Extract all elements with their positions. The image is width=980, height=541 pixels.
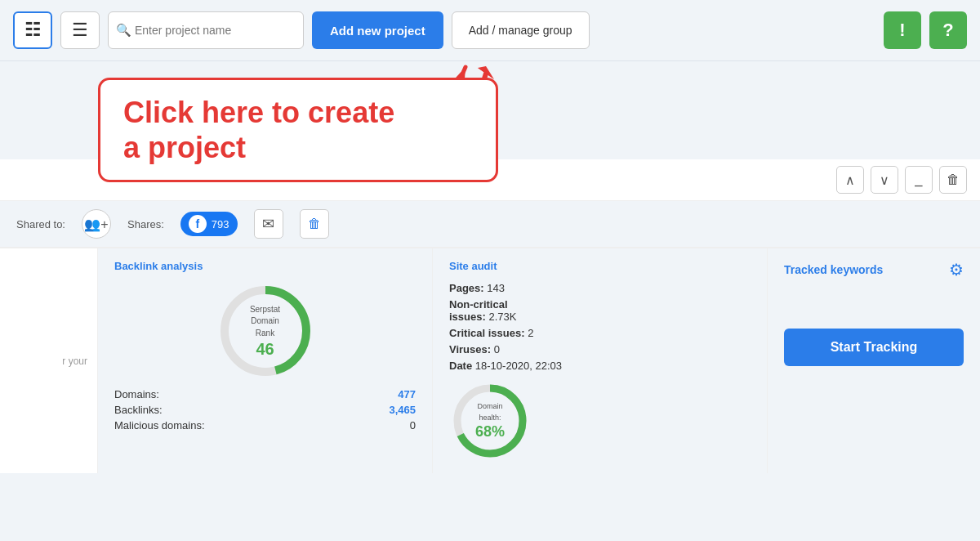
- exclamation-button[interactable]: !: [884, 11, 921, 49]
- domain-health-value: 68%: [475, 423, 505, 441]
- pages-label: Pages:: [449, 282, 484, 294]
- backlink-panel: Backlink analysis SerpstatDomain Rank 46…: [98, 248, 433, 473]
- malicious-value: 0: [410, 419, 416, 431]
- facebook-icon: f: [189, 215, 207, 233]
- question-icon: ?: [942, 20, 953, 41]
- domains-value: 477: [398, 388, 416, 400]
- pages-stat: Pages: 143: [449, 282, 751, 294]
- email-share-button[interactable]: ✉: [254, 209, 283, 239]
- grid-view-button[interactable]: ☷: [13, 11, 52, 49]
- shared-to-label: Shared to:: [16, 218, 65, 230]
- backlinks-label: Backlinks:: [114, 404, 163, 416]
- chevron-up-button[interactable]: ∧: [836, 166, 864, 194]
- domain-rank-center: SerpstatDomain Rank 46: [241, 303, 290, 360]
- add-manage-group-button[interactable]: Add / manage group: [452, 11, 590, 49]
- malicious-row: Malicious domains: 0: [114, 419, 416, 431]
- critical-value: 2: [528, 327, 533, 339]
- left-stub-panel: r your: [0, 248, 98, 473]
- gear-icon: ⚙: [949, 261, 964, 279]
- site-audit-panel: Site audit Pages: 143 Non-criticalissues…: [433, 248, 768, 473]
- shares-label: Shares:: [127, 218, 164, 230]
- callout-box: Click here to create a project: [98, 78, 498, 182]
- site-audit-title: Site audit: [449, 260, 751, 272]
- list-icon: ☰: [72, 20, 88, 41]
- date-value: 18-10-2020, 22:03: [475, 360, 562, 372]
- tracked-keywords-panel: Tracked keywords ⚙ Start Tracking: [768, 248, 980, 473]
- backlink-panel-title: Backlink analysis: [114, 260, 416, 272]
- viruses-stat: Viruses: 0: [449, 343, 751, 355]
- search-input[interactable]: [108, 11, 304, 49]
- minus-icon: ⎯: [915, 172, 923, 187]
- date-label: Date: [449, 360, 472, 372]
- question-button[interactable]: ?: [929, 11, 967, 49]
- domain-health-center: Domainhealth: 68%: [475, 400, 505, 442]
- share-delete-button[interactable]: 🗑: [300, 209, 329, 239]
- callout-text-line2: a project: [123, 131, 246, 164]
- grid-icon: ☷: [24, 21, 41, 39]
- add-new-project-button[interactable]: Add new project: [312, 11, 443, 49]
- search-wrap: 🔍: [108, 11, 304, 49]
- facebook-share-badge: f 793: [180, 212, 238, 236]
- list-view-button[interactable]: ☰: [60, 11, 100, 49]
- your-label: r your: [62, 355, 87, 367]
- chevron-down-button[interactable]: ∨: [871, 166, 898, 194]
- chevron-down-icon: ∨: [880, 172, 889, 188]
- pages-value: 143: [487, 282, 505, 294]
- malicious-label: Malicious domains:: [114, 419, 205, 431]
- domains-row: Domains: 477: [114, 388, 416, 400]
- noncritical-value: 2.73K: [488, 311, 516, 323]
- critical-label: Critical issues:: [449, 327, 525, 339]
- noncritical-stat: Non-criticalissues: 2.73K: [449, 298, 751, 323]
- panels-row: r your Backlink analysis SerpstatDomain …: [0, 248, 980, 473]
- minimize-button[interactable]: ⎯: [905, 166, 933, 194]
- tracked-keywords-header: Tracked keywords ⚙: [784, 260, 964, 279]
- trash-blue-icon: 🗑: [308, 217, 321, 231]
- add-share-button[interactable]: 👥+: [82, 209, 111, 239]
- search-icon: 🔍: [116, 23, 131, 38]
- domain-health-wrap: Domainhealth: 68%: [449, 380, 751, 462]
- toolbar: ☷ ☰ 🔍 Add new project Add / manage group…: [0, 0, 980, 61]
- viruses-value: 0: [494, 343, 500, 355]
- start-tracking-button[interactable]: Start Tracking: [784, 329, 964, 366]
- domain-rank-donut: SerpstatDomain Rank 46: [114, 282, 416, 380]
- delete-button[interactable]: 🗑: [939, 166, 967, 194]
- trash-icon: 🗑: [947, 172, 960, 187]
- viruses-label: Viruses:: [449, 343, 491, 355]
- critical-stat: Critical issues: 2: [449, 327, 751, 339]
- tracked-keywords-title: Tracked keywords: [784, 263, 883, 276]
- domains-label: Domains:: [114, 388, 159, 400]
- email-icon: ✉: [262, 215, 274, 233]
- gear-button[interactable]: ⚙: [949, 260, 964, 279]
- backlinks-row: Backlinks: 3,465: [114, 404, 416, 416]
- add-people-icon: 👥+: [84, 217, 108, 232]
- backlinks-value: 3,465: [389, 404, 416, 416]
- exclamation-icon: !: [899, 20, 905, 41]
- shared-row: Shared to: 👥+ Shares: f 793 ✉ 🗑: [0, 201, 980, 248]
- date-stat: Date 18-10-2020, 22:03: [449, 360, 751, 372]
- callout-area: Click here to create a project: [0, 61, 980, 159]
- callout-text-line1: Click here to create: [123, 96, 394, 129]
- facebook-share-count: 793: [212, 218, 229, 230]
- chevron-up-icon: ∧: [845, 172, 855, 188]
- domain-rank-value: 46: [241, 338, 290, 359]
